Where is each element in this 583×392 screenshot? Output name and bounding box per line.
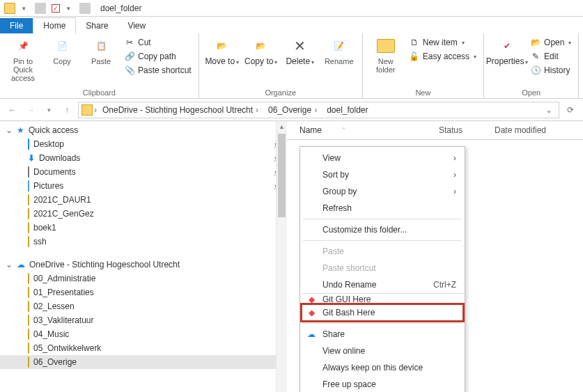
item-icon (28, 209, 29, 219)
nav-item[interactable]: Pictures📌 (0, 179, 287, 193)
qat-dropdown2-icon[interactable]: ▾ (63, 3, 74, 14)
menu-paste: Paste (302, 243, 463, 260)
item-label: 03_Vakliteratuur (33, 315, 94, 325)
item-label: ssh (33, 237, 47, 246)
nav-item[interactable]: ⬇Downloads📌 (0, 151, 287, 165)
share-tab[interactable]: Share (76, 18, 118, 33)
scroll-thumb[interactable] (278, 134, 286, 217)
qat-checkbox-icon[interactable]: ✓ (52, 4, 60, 13)
rename-button[interactable]: 📝 Rename (322, 36, 357, 65)
copy-to-icon: 📂 (251, 36, 271, 56)
recent-dropdown[interactable]: ▾ (42, 103, 56, 117)
menu-free-up[interactable]: Free up space (302, 376, 463, 392)
new-folder-button[interactable]: New folder (368, 36, 403, 74)
menu-customize[interactable]: Customize this folder... (302, 221, 463, 238)
menu-git-gui[interactable]: ◆Git GUI Here (302, 293, 463, 304)
forward-button[interactable]: → (24, 103, 38, 117)
item-label: 2021C_GenGez (33, 209, 94, 219)
column-name[interactable]: Nameˆ (300, 125, 439, 135)
nav-item[interactable]: 00_Administratie (0, 272, 287, 285)
ribbon-group-open: ✔ Properties▾ 📂Open▾ ✎Edit 🕓History Open (484, 33, 579, 98)
nav-item[interactable]: 04_Music (0, 327, 287, 341)
view-tab[interactable]: View (118, 18, 155, 33)
menu-share[interactable]: ☁Share (302, 326, 463, 343)
qat-dropdown-icon[interactable]: ▾ (18, 3, 29, 14)
nav-item[interactable]: 06_Overige (0, 355, 287, 369)
menu-undo-rename[interactable]: Undo RenameCtrl+Z (302, 276, 463, 293)
folder-icon (4, 3, 15, 14)
nav-item[interactable]: ssh (0, 235, 287, 249)
menu-git-bash[interactable]: ◆Git Bash Here (302, 304, 463, 321)
home-tab[interactable]: Home (33, 17, 76, 34)
breadcrumb-segment[interactable]: OneDrive - Stichting Hogeschool Utrecht› (98, 105, 263, 115)
open-icon: 📂 (530, 37, 541, 48)
file-tab[interactable]: File (0, 18, 33, 33)
ribbon-group-organize: 📂 Move to▾ 📂 Copy to▾ ✕ Delete▾ 📝 Rename… (199, 33, 363, 98)
copy-to-button[interactable]: 📂 Copy to▾ (244, 36, 279, 66)
nav-item[interactable]: 2021C_GenGez (0, 207, 287, 221)
folder-icon (28, 288, 29, 297)
nav-item[interactable]: 01_Presentaties (0, 285, 287, 299)
breadcrumb-segment[interactable]: 06_Overige› (264, 105, 321, 115)
item-label: Desktop (33, 139, 64, 149)
column-headers: Nameˆ Status Date modified (287, 121, 583, 140)
window-title: doel_folder (98, 3, 141, 13)
paste-button[interactable]: 📋 Paste (84, 36, 118, 65)
ribbon-group-new: New folder 🗋New item▾ 🔓Easy access▾ New (363, 33, 484, 98)
content-pane: Nameˆ Status Date modified View› Sort by… (287, 121, 583, 392)
copy-path-button[interactable]: 🔗Copy path (123, 50, 193, 63)
nav-item[interactable]: 2021C_DAUR1 (0, 193, 287, 207)
address-dropdown-icon[interactable]: ⌄ (542, 105, 556, 115)
collapse-icon[interactable]: ⌄ (6, 260, 13, 269)
paste-shortcut-button[interactable]: 📎Paste shortcut (123, 64, 193, 77)
nav-item[interactable]: 03_Vakliteratuur (0, 313, 287, 327)
copy-button[interactable]: 📄 Copy (45, 36, 79, 65)
menu-view-online[interactable]: View online (302, 343, 463, 359)
up-button[interactable]: ↑ (60, 103, 74, 117)
back-button[interactable]: ← (6, 103, 20, 117)
scroll-up-icon[interactable]: ▲ (277, 121, 287, 132)
nav-item[interactable]: boek1 (0, 221, 287, 235)
menu-group-by[interactable]: Group by› (302, 183, 463, 200)
move-to-button[interactable]: 📂 Move to▾ (205, 36, 240, 66)
copy-icon: 📄 (52, 36, 72, 56)
column-status[interactable]: Status (439, 125, 495, 135)
refresh-button[interactable]: ⟳ (563, 105, 577, 115)
new-item-button[interactable]: 🗋New item▾ (407, 36, 478, 49)
folder-icon (28, 329, 29, 339)
onedrive-section[interactable]: ⌄ ☁ OneDrive - Stichting Hogeschool Utre… (0, 256, 287, 272)
item-icon: ⬇ (28, 153, 35, 163)
item-icon (28, 181, 29, 191)
menu-sort-by[interactable]: Sort by› (302, 166, 463, 183)
menu-refresh[interactable]: Refresh (302, 200, 463, 217)
cut-button[interactable]: ✂Cut (123, 36, 193, 49)
item-label: 06_Overige (33, 357, 77, 367)
delete-button[interactable]: ✕ Delete▾ (283, 36, 318, 66)
properties-button[interactable]: ✔ Properties▾ (490, 36, 524, 66)
history-button[interactable]: 🕓History (529, 64, 573, 77)
edit-button[interactable]: ✎Edit (529, 50, 573, 63)
menu-always-keep[interactable]: Always keep on this device (302, 359, 463, 376)
easy-access-button[interactable]: 🔓Easy access▾ (407, 50, 478, 63)
menu-view[interactable]: View› (302, 150, 463, 166)
group-label: Organize (265, 87, 296, 97)
nav-item[interactable]: 02_Lessen (0, 299, 287, 313)
nav-item[interactable]: Documents📌 (0, 165, 287, 179)
scissors-icon: ✂ (124, 37, 135, 48)
pin-quick-access-button[interactable]: 📌 Pin to Quick access (6, 36, 40, 82)
nav-item[interactable]: Desktop📌 (0, 137, 287, 151)
collapse-icon[interactable]: ⌄ (6, 125, 13, 135)
shortcut-icon: 📎 (124, 65, 135, 76)
breadcrumb-segment[interactable]: doel_folder (322, 105, 372, 115)
item-label: Pictures (33, 181, 63, 191)
context-menu: View› Sort by› Group by› Refresh Customi… (300, 146, 465, 392)
star-icon: ★ (17, 125, 24, 135)
breadcrumb[interactable]: › OneDrive - Stichting Hogeschool Utrech… (78, 102, 559, 118)
scrollbar[interactable]: ▲ (276, 121, 287, 392)
new-item-icon: 🗋 (409, 37, 420, 48)
quick-access-section[interactable]: ⌄ ★ Quick access (0, 121, 287, 137)
open-button[interactable]: 📂Open▾ (529, 36, 573, 49)
item-icon (28, 223, 29, 233)
column-date[interactable]: Date modified (495, 125, 570, 135)
nav-item[interactable]: 05_Ontwikkelwerk (0, 341, 287, 355)
